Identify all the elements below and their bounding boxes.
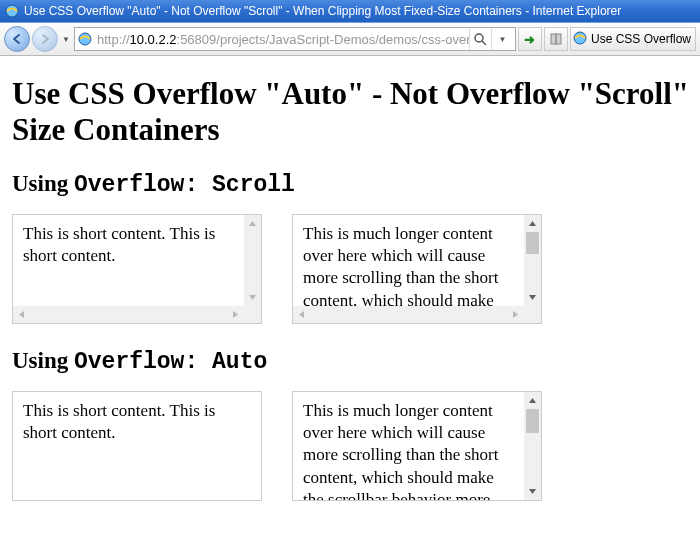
page-content: Use CSS Overflow "Auto" - Not Overflow "…: [0, 56, 700, 501]
scrollbar-corner: [524, 306, 541, 323]
scroll-down-icon[interactable]: [244, 289, 261, 306]
browser-tab[interactable]: Use CSS Overflow: [570, 27, 696, 51]
auto-row: This is short content. This is short con…: [12, 391, 688, 501]
scroll-up-icon[interactable]: [244, 215, 261, 232]
section-heading-scroll: Using Overflow: Scroll: [12, 171, 688, 198]
box-auto-short: This is short content. This is short con…: [12, 391, 262, 501]
broken-page-icon: [549, 32, 563, 46]
vertical-scrollbar[interactable]: [244, 215, 261, 306]
site-ie-icon: [77, 31, 93, 47]
svg-point-2: [475, 34, 483, 42]
box-content: This is much longer content over here wh…: [293, 215, 524, 306]
horizontal-scrollbar[interactable]: [293, 306, 524, 323]
ie-logo-icon: [4, 3, 20, 19]
scroll-up-icon[interactable]: [524, 392, 541, 409]
back-button[interactable]: [4, 26, 30, 52]
svg-rect-4: [551, 34, 556, 44]
scroll-track[interactable]: [310, 306, 507, 323]
scroll-left-icon[interactable]: [293, 306, 310, 323]
nav-history-dropdown-icon[interactable]: ▼: [60, 26, 72, 52]
scroll-down-icon[interactable]: [524, 483, 541, 500]
address-dropdown-icon[interactable]: ▼: [491, 28, 513, 50]
scroll-right-icon[interactable]: [227, 306, 244, 323]
scroll-track[interactable]: [524, 232, 541, 289]
tab-label: Use CSS Overflow: [591, 32, 691, 46]
page-heading: Use CSS Overflow "Auto" - Not Overflow "…: [12, 76, 688, 147]
scroll-up-icon[interactable]: [524, 215, 541, 232]
vertical-scrollbar[interactable]: [524, 215, 541, 306]
svg-line-3: [482, 41, 486, 45]
scroll-down-icon[interactable]: [524, 289, 541, 306]
scroll-track[interactable]: [244, 232, 261, 289]
svg-rect-5: [556, 34, 561, 44]
window-titlebar: Use CSS Overflow "Auto" - Not Overflow "…: [0, 0, 700, 22]
compat-view-button[interactable]: [544, 27, 568, 51]
window-title: Use CSS Overflow "Auto" - Not Overflow "…: [24, 4, 621, 18]
go-arrow-icon: ➜: [524, 32, 535, 47]
horizontal-scrollbar[interactable]: [13, 306, 244, 323]
box-auto-long: This is much longer content over here wh…: [292, 391, 542, 501]
scroll-row: This is short content. This is short con…: [12, 214, 688, 324]
scroll-track[interactable]: [30, 306, 227, 323]
search-icon[interactable]: [469, 28, 491, 50]
box-content: This is much longer content over here wh…: [293, 392, 524, 500]
scroll-thumb[interactable]: [526, 232, 539, 254]
box-content: This is short content. This is short con…: [13, 215, 244, 306]
box-content: This is short content. This is short con…: [23, 400, 251, 444]
scroll-track[interactable]: [524, 409, 541, 483]
vertical-scrollbar[interactable]: [524, 392, 541, 500]
tab-ie-icon: [573, 31, 587, 48]
scrollbar-corner: [244, 306, 261, 323]
scroll-thumb[interactable]: [526, 409, 539, 433]
scroll-right-icon[interactable]: [507, 306, 524, 323]
forward-button[interactable]: [32, 26, 58, 52]
section-heading-auto: Using Overflow: Auto: [12, 348, 688, 375]
box-scroll-long: This is much longer content over here wh…: [292, 214, 542, 324]
url-text[interactable]: http://10.0.2.2:56809/projects/JavaScrip…: [93, 32, 469, 47]
box-scroll-short: This is short content. This is short con…: [12, 214, 262, 324]
go-button[interactable]: ➜: [518, 27, 542, 51]
scroll-left-icon[interactable]: [13, 306, 30, 323]
browser-toolbar: ▼ http://10.0.2.2:56809/projects/JavaScr…: [0, 22, 700, 56]
address-bar[interactable]: http://10.0.2.2:56809/projects/JavaScrip…: [74, 27, 516, 51]
